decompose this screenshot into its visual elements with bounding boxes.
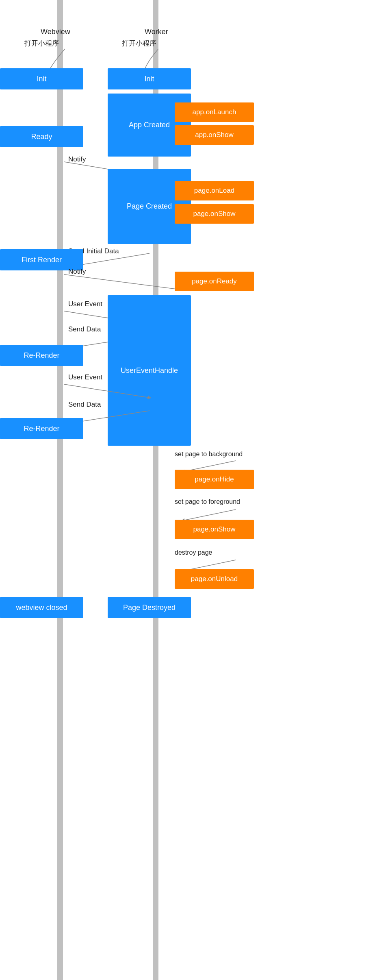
app-onshow-box: app.onShow <box>175 125 254 145</box>
ready-box: Ready <box>0 126 83 147</box>
re-render-1-box: Re-Render <box>0 345 83 366</box>
worker-init-box: Init <box>108 68 191 89</box>
set-page-background-label: set page to background <box>175 451 243 458</box>
send-data-1-label: Send Data <box>68 325 101 333</box>
page-destroyed-box: Page Destroyed <box>108 597 191 618</box>
webview-init-box: Init <box>0 68 83 89</box>
webview-header-label: Webview <box>41 28 70 36</box>
send-data-2-label: Send Data <box>68 401 101 409</box>
page-onunload-box: page.onUnload <box>175 569 254 589</box>
destroy-page-label: destroy page <box>175 549 212 556</box>
webview-closed-box: webview closed <box>0 597 83 618</box>
user-event-2-arrow <box>60 382 158 401</box>
diagram-container: Webview 打开小程序 Worker 打开小程序 Init Init Rea… <box>0 0 390 980</box>
page-onload-box: page.onLoad <box>175 181 254 200</box>
user-event-1-label: User Event <box>68 300 102 308</box>
page-onhide-box: page.onHide <box>175 470 254 489</box>
page-onready-box: page.onReady <box>175 272 254 291</box>
worker-header-label: Worker <box>145 28 168 36</box>
set-page-foreground-label: set page to foreground <box>175 498 240 505</box>
notify-2-arrow <box>60 272 186 293</box>
app-onlaunch-box: app.onLaunch <box>175 102 254 122</box>
user-event-2-label: User Event <box>68 373 102 381</box>
page-onshow-2-box: page.onShow <box>175 520 254 539</box>
re-render-2-box: Re-Render <box>0 418 83 439</box>
page-onshow-1-box: page.onShow <box>175 204 254 224</box>
